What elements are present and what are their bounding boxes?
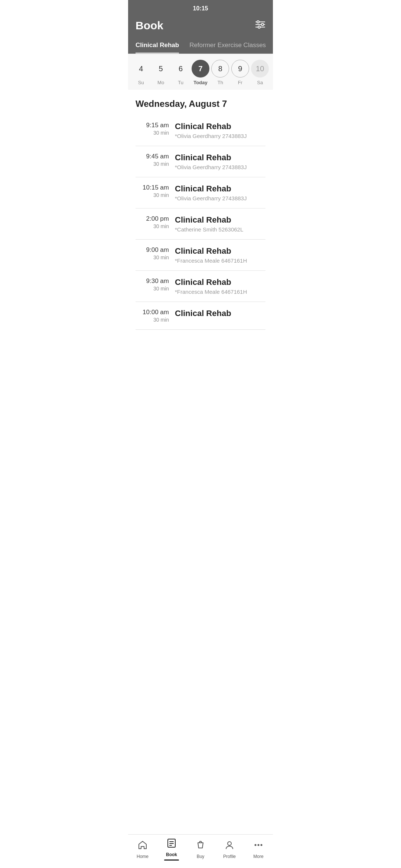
date-picker: 4 Su 5 Mo 6 Tu 7 Today 8 Th 9 Fr 10 [128,54,273,90]
filter-icon[interactable] [255,20,265,31]
class-item-2[interactable]: 10:15 am 30 min Clinical Rehab *Olivia G… [136,177,265,208]
date-item-9[interactable]: 9 Fr [231,60,249,85]
date-label-mo: Mo [157,80,164,85]
class-info-3: Clinical Rehab *Catherine Smith 5263062L [175,215,265,233]
class-time-2: 10:15 am 30 min [136,184,169,198]
class-info-0: Clinical Rehab *Olivia Geerdharry 274388… [175,122,265,139]
date-label-th: Th [218,80,223,85]
class-time-6: 10:00 am 30 min [136,309,169,323]
class-info-2: Clinical Rehab *Olivia Geerdharry 274388… [175,184,265,201]
date-item-7[interactable]: 7 Today [192,60,209,85]
svg-point-4 [261,23,264,26]
class-time-3: 2:00 pm 30 min [136,215,169,229]
date-label-fr: Fr [238,80,242,85]
date-label-tu: Tu [178,80,183,85]
class-item-1[interactable]: 9:45 am 30 min Clinical Rehab *Olivia Ge… [136,146,265,177]
header-title: Book [136,19,163,32]
class-item-3[interactable]: 2:00 pm 30 min Clinical Rehab *Catherine… [136,208,265,240]
class-time-1: 9:45 am 30 min [136,153,169,167]
class-time-4: 9:00 am 30 min [136,246,169,260]
class-item-4[interactable]: 9:00 am 30 min Clinical Rehab *Francesca… [136,240,265,271]
date-num-7: 7 [192,60,209,78]
date-item-4[interactable]: 4 Su [132,60,150,85]
class-item-6[interactable]: 10:00 am 30 min Clinical Rehab [136,302,265,330]
svg-point-5 [258,26,260,28]
date-num-10: 10 [251,60,269,78]
class-item-5[interactable]: 9:30 am 30 min Clinical Rehab *Francesca… [136,271,265,302]
date-item-8[interactable]: 8 Th [211,60,229,85]
date-num-5: 5 [152,60,170,78]
class-time-5: 9:30 am 30 min [136,277,169,292]
tab-reformer-exercise[interactable]: Reformer Exercise Classes [189,38,266,53]
header: Book [128,15,273,38]
day-heading: Wednesday, August 7 [136,90,265,115]
svg-point-3 [257,21,259,23]
date-label-today: Today [193,80,207,85]
date-item-6[interactable]: 6 Tu [172,60,190,85]
date-item-5[interactable]: 5 Mo [152,60,170,85]
main-content: Wednesday, August 7 9:15 am 30 min Clini… [128,90,273,359]
date-item-10[interactable]: 10 Sa [251,60,269,85]
date-num-4: 4 [132,60,150,78]
class-info-6: Clinical Rehab [175,309,265,320]
date-num-9: 9 [231,60,249,78]
class-item-0[interactable]: 9:15 am 30 min Clinical Rehab *Olivia Ge… [136,115,265,146]
date-label-su: Su [138,80,144,85]
class-info-1: Clinical Rehab *Olivia Geerdharry 274388… [175,153,265,170]
tab-clinical-rehab[interactable]: Clinical Rehab [136,38,179,53]
category-tabs: Clinical Rehab Reformer Exercise Classes [128,38,273,54]
class-time-0: 9:15 am 30 min [136,122,169,136]
date-num-6: 6 [172,60,190,78]
class-list: 9:15 am 30 min Clinical Rehab *Olivia Ge… [136,115,265,330]
status-bar: 10:15 [128,0,273,15]
class-info-4: Clinical Rehab *Francesca Meale 6467161H [175,246,265,264]
date-label-sa: Sa [257,80,263,85]
status-time: 10:15 [193,5,208,11]
date-num-8: 8 [211,60,229,78]
class-info-5: Clinical Rehab *Francesca Meale 6467161H [175,277,265,295]
